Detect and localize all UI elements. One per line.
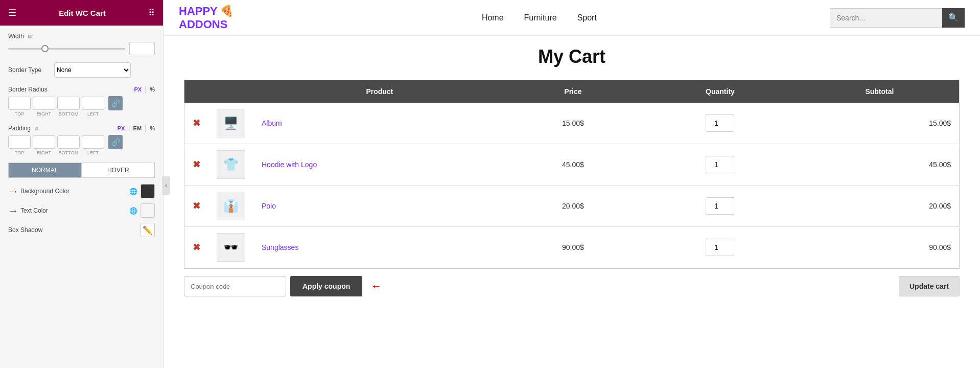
- qty-input-3[interactable]: [706, 239, 734, 256]
- padding-left[interactable]: [82, 135, 104, 149]
- border-type-label: Border Type: [8, 66, 49, 74]
- text-color-label: Text Color: [20, 207, 48, 214]
- bg-color-arrow: →: [8, 186, 18, 197]
- logo-happy: HAPPY 🍕: [179, 5, 234, 18]
- nav-links: Home Furniture Sport: [264, 13, 814, 22]
- product-qty-cell-3: [640, 227, 800, 268]
- product-name-3[interactable]: Sunglasses: [262, 243, 298, 251]
- hamburger-icon[interactable]: ☰: [8, 7, 16, 18]
- border-radius-top[interactable]: [8, 97, 31, 110]
- border-radius-link-btn[interactable]: 🔗: [108, 96, 123, 110]
- border-radius-px-btn[interactable]: PX: [134, 86, 142, 93]
- nav-furniture[interactable]: Furniture: [524, 13, 557, 22]
- product-price-0: 15.00$: [506, 103, 641, 144]
- apply-coupon-arrow: ←: [370, 280, 382, 293]
- product-price-2: 20.00$: [506, 186, 641, 227]
- text-color-arrow: →: [8, 205, 18, 217]
- product-thumb-2: 👔: [217, 192, 245, 220]
- nav-sport[interactable]: Sport: [577, 13, 597, 22]
- right-label: RIGHT: [33, 111, 55, 117]
- coupon-input[interactable]: [184, 276, 286, 296]
- cart-table: Product Price Quantity Subtotal ✖ 🖥️ Alb…: [184, 80, 960, 268]
- border-radius-right[interactable]: [33, 97, 55, 110]
- col-product: Product: [253, 80, 506, 103]
- qty-input-0[interactable]: [706, 114, 734, 132]
- product-name-1[interactable]: Hoodie with Logo: [262, 160, 317, 169]
- page-title: My Cart: [184, 46, 960, 67]
- logo-icon: 🍕: [220, 5, 234, 18]
- left-panel: ☰ Edit WC Cart ⠿ Width 🖥 Border Type Non…: [0, 0, 164, 368]
- padding-label: Padding: [8, 125, 31, 132]
- width-row: Width 🖥: [8, 33, 155, 55]
- cart-header-row: Product Price Quantity Subtotal: [184, 80, 960, 103]
- bg-color-label: Background Color: [20, 188, 69, 195]
- padding-link-btn[interactable]: 🔗: [108, 135, 123, 149]
- bottom-label: BOTTOM: [57, 111, 80, 117]
- border-radius-label: Border Radius: [8, 86, 48, 93]
- padding-em-btn[interactable]: EM: [133, 125, 142, 131]
- remove-btn-2[interactable]: ✖: [184, 186, 209, 227]
- pad-top-label: TOP: [8, 150, 31, 155]
- product-subtotal-0: 15.00$: [800, 103, 960, 144]
- top-label: TOP: [8, 111, 31, 117]
- grid-icon[interactable]: ⠿: [148, 7, 155, 18]
- box-shadow-edit-btn[interactable]: ✏️: [141, 223, 155, 237]
- panel-body: Width 🖥 Border Type None Solid Dashed: [0, 26, 163, 368]
- search-area: 🔍: [830, 8, 965, 28]
- qty-input-2[interactable]: [706, 197, 734, 215]
- padding-row: Padding 🖥 PX | EM | % 🔗 TOP: [8, 124, 155, 155]
- apply-coupon-button[interactable]: Apply coupon: [290, 276, 362, 296]
- box-shadow-row: Box Shadow ✏️: [8, 223, 155, 237]
- product-name-0[interactable]: Album: [262, 119, 282, 127]
- text-color-row: → Text Color 🌐: [8, 203, 155, 218]
- product-name-2[interactable]: Polo: [262, 202, 276, 210]
- width-slider-container: [8, 42, 155, 55]
- product-price-3: 90.00$: [506, 227, 641, 268]
- product-thumb-1: 👕: [217, 150, 245, 179]
- hover-btn[interactable]: HOVER: [82, 163, 155, 178]
- search-input[interactable]: [830, 8, 942, 28]
- page-content: My Cart Product Price Quantity Subtotal …: [164, 36, 980, 324]
- col-price: Price: [506, 80, 641, 103]
- width-label: Width: [8, 33, 24, 40]
- collapse-panel-btn[interactable]: ‹: [162, 176, 170, 195]
- padding-right[interactable]: [33, 135, 55, 149]
- product-thumb-3: 🕶️: [217, 233, 245, 262]
- product-subtotal-2: 20.00$: [800, 186, 960, 227]
- remove-btn-0[interactable]: ✖: [184, 103, 209, 144]
- width-value-input[interactable]: [129, 42, 155, 55]
- padding-bottom[interactable]: [57, 135, 80, 149]
- border-radius-row: Border Radius PX | % 🔗 TOP RIGHT BOTTOM …: [8, 85, 155, 117]
- border-radius-bottom[interactable]: [57, 97, 80, 110]
- bg-color-globe-icon[interactable]: 🌐: [129, 188, 137, 195]
- normal-hover-row: NORMAL HOVER: [8, 163, 155, 178]
- cart-body: ✖ 🖥️ Album 15.00$ 15.00$ ✖ 👕 Hoodie with…: [184, 103, 960, 268]
- qty-input-1[interactable]: [706, 156, 734, 173]
- left-label: LEFT: [82, 111, 104, 117]
- bg-color-swatch[interactable]: [141, 184, 155, 198]
- padding-monitor-icon: 🖥: [34, 126, 39, 131]
- text-color-globe-icon[interactable]: 🌐: [129, 207, 137, 215]
- padding-percent-btn[interactable]: %: [150, 125, 155, 131]
- width-slider[interactable]: [8, 48, 125, 50]
- border-radius-left[interactable]: [82, 97, 104, 110]
- text-color-swatch[interactable]: [141, 203, 155, 218]
- pad-right-label: RIGHT: [33, 150, 55, 155]
- update-cart-button[interactable]: Update cart: [899, 276, 960, 296]
- border-radius-percent-btn[interactable]: %: [150, 86, 155, 93]
- coupon-row: Apply coupon ← Update cart: [184, 268, 960, 304]
- padding-px-btn[interactable]: PX: [118, 125, 125, 131]
- logo: HAPPY 🍕 ADDONS: [179, 5, 234, 31]
- remove-btn-1[interactable]: ✖: [184, 144, 209, 186]
- table-row: ✖ 👔 Polo 20.00$ 20.00$: [184, 186, 960, 227]
- normal-btn[interactable]: NORMAL: [8, 163, 82, 178]
- search-button[interactable]: 🔍: [942, 8, 965, 28]
- remove-btn-3[interactable]: ✖: [184, 227, 209, 268]
- coupon-left: Apply coupon ←: [184, 276, 382, 296]
- padding-top[interactable]: [8, 135, 31, 149]
- bg-color-row: → Background Color 🌐: [8, 184, 155, 198]
- col-subtotal: Subtotal: [800, 80, 960, 103]
- product-subtotal-3: 90.00$: [800, 227, 960, 268]
- border-type-select[interactable]: None Solid Dashed: [54, 62, 131, 78]
- nav-home[interactable]: Home: [482, 13, 504, 22]
